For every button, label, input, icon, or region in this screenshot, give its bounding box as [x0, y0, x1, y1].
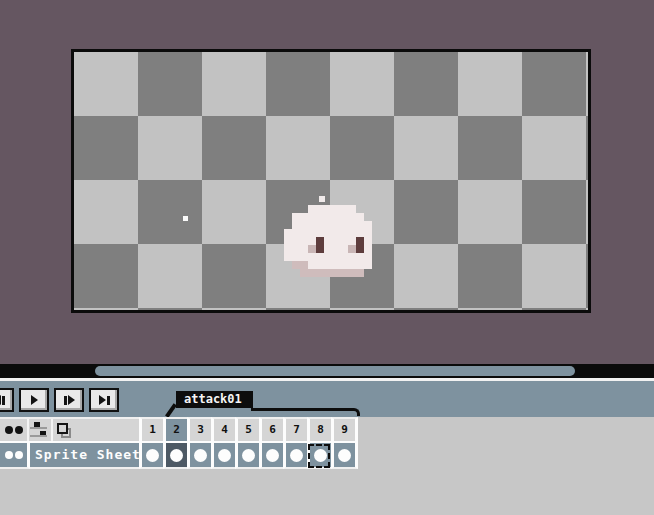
eye-dot-icon	[5, 451, 13, 459]
sprite-pixel	[300, 237, 308, 245]
frame-header-cell[interactable]: 3	[187, 417, 211, 443]
layer-visibility-icon[interactable]	[5, 426, 13, 434]
sprite-pixel	[292, 237, 300, 245]
sprite-pixel	[356, 245, 364, 253]
sprite-pixel	[348, 213, 356, 221]
sprite-pixel	[308, 229, 316, 237]
horizontal-scrollbar-thumb[interactable]	[95, 366, 575, 376]
eye-dot-icon	[15, 451, 23, 459]
sprite-pixel	[356, 237, 364, 245]
sprite-pixel	[308, 261, 316, 269]
sprite-pixel	[308, 205, 316, 213]
go-to-first-frame-button[interactable]	[0, 388, 14, 412]
sprite-pixel	[300, 253, 308, 261]
sprite-pixel	[340, 253, 348, 261]
sprite-pixel	[364, 261, 372, 269]
timeline-options-icon-line	[30, 435, 47, 437]
cel-thumbnail	[290, 449, 303, 462]
sprite-particle	[183, 216, 188, 221]
sprite-pixel	[332, 229, 340, 237]
sprite-pixel	[348, 245, 356, 253]
sprite-pixel	[316, 269, 324, 277]
sprite-pixel	[332, 237, 340, 245]
frame-tag-label[interactable]: attack01	[176, 391, 253, 408]
frame-header-cell[interactable]: 8	[307, 417, 331, 443]
sprite-pixel	[292, 221, 300, 229]
cel[interactable]	[163, 443, 187, 469]
cel[interactable]	[139, 443, 163, 469]
sprite-pixel	[348, 253, 356, 261]
sprite-pixel	[364, 229, 372, 237]
cel[interactable]	[259, 443, 283, 469]
frame-header-cell[interactable]: 4	[211, 417, 235, 443]
cel[interactable]	[187, 443, 211, 469]
frame-header-cell[interactable]: 5	[235, 417, 259, 443]
sprite-pixel	[292, 213, 300, 221]
layer-visibility-cell[interactable]	[0, 443, 30, 469]
frame-header-cell[interactable]: 6	[259, 417, 283, 443]
timeline-header-bar	[0, 417, 139, 443]
sprite-pixel	[300, 221, 308, 229]
sprite-pixel	[356, 229, 364, 237]
sprite-pixel	[292, 245, 300, 253]
sprite-pixel	[316, 221, 324, 229]
skip-forward-icon	[99, 395, 106, 405]
sprite-pixel	[356, 261, 364, 269]
sprite-pixel	[348, 261, 356, 269]
go-to-last-frame-button[interactable]	[89, 388, 119, 412]
go-to-next-frame-button[interactable]	[54, 388, 84, 412]
sprite-pixel	[348, 229, 356, 237]
frame-header-cell[interactable]: 9	[331, 417, 358, 443]
frame-header-cell[interactable]: 1	[139, 417, 163, 443]
skip-back-icon	[0, 395, 1, 405]
cel[interactable]	[331, 443, 358, 469]
frame-header-cell[interactable]: 7	[283, 417, 307, 443]
layers-stack-icon[interactable]	[57, 423, 68, 434]
sprite-pixel	[364, 237, 372, 245]
sprite-pixel	[332, 253, 340, 261]
horizontal-scrollbar-track[interactable]	[0, 364, 654, 378]
sprite-pixel	[308, 213, 316, 221]
timeline-panel: attack01 123456789 Sprite Sheet	[0, 381, 654, 515]
sprite-pixel	[284, 237, 292, 245]
cel-thumbnail	[266, 449, 279, 462]
sprite-pixel	[324, 269, 332, 277]
sprite-pixel	[316, 205, 324, 213]
bar-glyph	[107, 396, 110, 405]
sprite-pixel	[316, 237, 324, 245]
sprite-pixel	[308, 221, 316, 229]
cel-thumbnail	[314, 449, 327, 462]
sprite-pixel	[308, 269, 316, 277]
sprite-pixel	[284, 253, 292, 261]
cel-thumbnail	[242, 449, 255, 462]
cel[interactable]	[283, 443, 307, 469]
layer-visibility-icon[interactable]	[15, 426, 23, 434]
cel[interactable]	[211, 443, 235, 469]
sprite-pixel	[332, 245, 340, 253]
frames-header: 123456789	[139, 417, 358, 443]
sprite-pixel	[308, 237, 316, 245]
sprite-pixel	[332, 261, 340, 269]
play-icon	[31, 395, 38, 405]
step-forward-icon	[68, 395, 75, 405]
cel[interactable]	[235, 443, 259, 469]
cel-thumbnail	[218, 449, 231, 462]
sprite-pixel	[324, 261, 332, 269]
play-button[interactable]	[19, 388, 49, 412]
sprite-pixel	[284, 245, 292, 253]
sprite-pixel	[300, 261, 308, 269]
layer-name[interactable]: Sprite Sheet	[30, 443, 139, 469]
timeline-options-icon-line	[30, 427, 47, 429]
sprite-pixel	[340, 245, 348, 253]
cel-thumbnail	[338, 449, 351, 462]
sprite-pixel	[356, 253, 364, 261]
sprite-pixel	[308, 253, 316, 261]
sprite-canvas[interactable]	[71, 49, 591, 313]
sprite-pixel	[356, 269, 364, 277]
app-window: { "colors": { "background_purple": "#655…	[0, 0, 654, 515]
sprite-pixel	[332, 205, 340, 213]
cel[interactable]	[307, 443, 331, 469]
sprite-pixel	[324, 205, 332, 213]
frame-header-cell[interactable]: 2	[163, 417, 187, 443]
sprite-pixel	[332, 269, 340, 277]
